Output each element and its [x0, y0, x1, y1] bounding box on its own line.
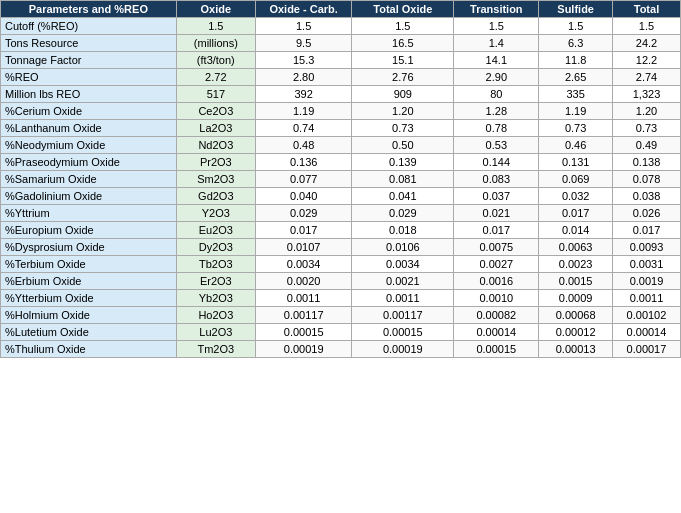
cell-r3-c5: 2.65	[539, 69, 613, 86]
cell-r18-c4: 0.00014	[454, 324, 539, 341]
cell-r16-c4: 0.0010	[454, 290, 539, 307]
table-row: Tons Resource(millions)9.516.51.46.324.2	[1, 35, 681, 52]
cell-r7-c5: 0.46	[539, 137, 613, 154]
cell-r6-c5: 0.73	[539, 120, 613, 137]
cell-r10-c4: 0.037	[454, 188, 539, 205]
col-header-2: Oxide - Carb.	[255, 1, 351, 18]
cell-r8-c5: 0.131	[539, 154, 613, 171]
table-row: %REO2.722.802.762.902.652.74	[1, 69, 681, 86]
cell-r8-c3: 0.139	[352, 154, 454, 171]
cell-r4-c2: 392	[255, 86, 351, 103]
cell-r13-c3: 0.0106	[352, 239, 454, 256]
cell-r18-c0: %Lutetium Oxide	[1, 324, 177, 341]
cell-r9-c4: 0.083	[454, 171, 539, 188]
table-row: %YttriumY2O30.0290.0290.0210.0170.026	[1, 205, 681, 222]
cell-r5-c3: 1.20	[352, 103, 454, 120]
table-row: Tonnage Factor(ft3/ton)15.315.114.111.81…	[1, 52, 681, 69]
cell-r6-c6: 0.73	[612, 120, 680, 137]
cell-r7-c3: 0.50	[352, 137, 454, 154]
table-row: %Neodymium OxideNd2O30.480.500.530.460.4…	[1, 137, 681, 154]
cell-r7-c0: %Neodymium Oxide	[1, 137, 177, 154]
cell-r19-c3: 0.00019	[352, 341, 454, 358]
cell-r2-c2: 15.3	[255, 52, 351, 69]
cell-r9-c2: 0.077	[255, 171, 351, 188]
table-row: %Thulium OxideTm2O30.000190.000190.00015…	[1, 341, 681, 358]
cell-r11-c6: 0.026	[612, 205, 680, 222]
table-row: %Lanthanum OxideLa2O30.740.730.780.730.7…	[1, 120, 681, 137]
cell-r9-c6: 0.078	[612, 171, 680, 188]
cell-r9-c0: %Samarium Oxide	[1, 171, 177, 188]
cell-r14-c6: 0.0031	[612, 256, 680, 273]
cell-r17-c1: Ho2O3	[176, 307, 255, 324]
table-row: Cutoff (%REO)1.51.51.51.51.51.5	[1, 18, 681, 35]
cell-r1-c4: 1.4	[454, 35, 539, 52]
cell-r12-c5: 0.014	[539, 222, 613, 239]
cell-r15-c3: 0.0021	[352, 273, 454, 290]
cell-r14-c0: %Terbium Oxide	[1, 256, 177, 273]
cell-r4-c0: Million lbs REO	[1, 86, 177, 103]
cell-r14-c1: Tb2O3	[176, 256, 255, 273]
cell-r9-c3: 0.081	[352, 171, 454, 188]
cell-r2-c4: 14.1	[454, 52, 539, 69]
cell-r14-c2: 0.0034	[255, 256, 351, 273]
table-row: %Holmium OxideHo2O30.001170.001170.00082…	[1, 307, 681, 324]
cell-r12-c6: 0.017	[612, 222, 680, 239]
cell-r8-c2: 0.136	[255, 154, 351, 171]
cell-r13-c5: 0.0063	[539, 239, 613, 256]
cell-r13-c1: Dy2O3	[176, 239, 255, 256]
cell-r10-c6: 0.038	[612, 188, 680, 205]
cell-r1-c0: Tons Resource	[1, 35, 177, 52]
table-row: %Ytterbium OxideYb2O30.00110.00110.00100…	[1, 290, 681, 307]
cell-r8-c4: 0.144	[454, 154, 539, 171]
cell-r10-c3: 0.041	[352, 188, 454, 205]
table-row: %Praseodymium OxidePr2O30.1360.1390.1440…	[1, 154, 681, 171]
cell-r18-c6: 0.00014	[612, 324, 680, 341]
table-row: %Dysprosium OxideDy2O30.01070.01060.0075…	[1, 239, 681, 256]
cell-r12-c1: Eu2O3	[176, 222, 255, 239]
cell-r18-c1: Lu2O3	[176, 324, 255, 341]
cell-r6-c1: La2O3	[176, 120, 255, 137]
cell-r3-c4: 2.90	[454, 69, 539, 86]
cell-r17-c4: 0.00082	[454, 307, 539, 324]
cell-r16-c0: %Ytterbium Oxide	[1, 290, 177, 307]
cell-r15-c4: 0.0016	[454, 273, 539, 290]
table-row: %Europium OxideEu2O30.0170.0180.0170.014…	[1, 222, 681, 239]
cell-r18-c3: 0.00015	[352, 324, 454, 341]
cell-r2-c3: 15.1	[352, 52, 454, 69]
cell-r17-c3: 0.00117	[352, 307, 454, 324]
cell-r1-c3: 16.5	[352, 35, 454, 52]
cell-r10-c5: 0.032	[539, 188, 613, 205]
cell-r4-c6: 1,323	[612, 86, 680, 103]
cell-r13-c4: 0.0075	[454, 239, 539, 256]
cell-r2-c6: 12.2	[612, 52, 680, 69]
cell-r5-c6: 1.20	[612, 103, 680, 120]
cell-r3-c2: 2.80	[255, 69, 351, 86]
cell-r11-c1: Y2O3	[176, 205, 255, 222]
data-table: Parameters and %REOOxideOxide - Carb.Tot…	[0, 0, 681, 358]
cell-r0-c6: 1.5	[612, 18, 680, 35]
cell-r0-c4: 1.5	[454, 18, 539, 35]
cell-r6-c2: 0.74	[255, 120, 351, 137]
cell-r12-c0: %Europium Oxide	[1, 222, 177, 239]
cell-r7-c2: 0.48	[255, 137, 351, 154]
cell-r7-c6: 0.49	[612, 137, 680, 154]
cell-r11-c5: 0.017	[539, 205, 613, 222]
cell-r19-c0: %Thulium Oxide	[1, 341, 177, 358]
cell-r5-c4: 1.28	[454, 103, 539, 120]
cell-r8-c1: Pr2O3	[176, 154, 255, 171]
cell-r3-c0: %REO	[1, 69, 177, 86]
cell-r2-c5: 11.8	[539, 52, 613, 69]
cell-r13-c6: 0.0093	[612, 239, 680, 256]
cell-r16-c3: 0.0011	[352, 290, 454, 307]
cell-r16-c1: Yb2O3	[176, 290, 255, 307]
cell-r9-c5: 0.069	[539, 171, 613, 188]
cell-r14-c5: 0.0023	[539, 256, 613, 273]
cell-r19-c4: 0.00015	[454, 341, 539, 358]
cell-r8-c6: 0.138	[612, 154, 680, 171]
cell-r16-c6: 0.0011	[612, 290, 680, 307]
table-row: %Samarium OxideSm2O30.0770.0810.0830.069…	[1, 171, 681, 188]
col-header-3: Total Oxide	[352, 1, 454, 18]
cell-r6-c0: %Lanthanum Oxide	[1, 120, 177, 137]
cell-r15-c6: 0.0019	[612, 273, 680, 290]
cell-r14-c4: 0.0027	[454, 256, 539, 273]
